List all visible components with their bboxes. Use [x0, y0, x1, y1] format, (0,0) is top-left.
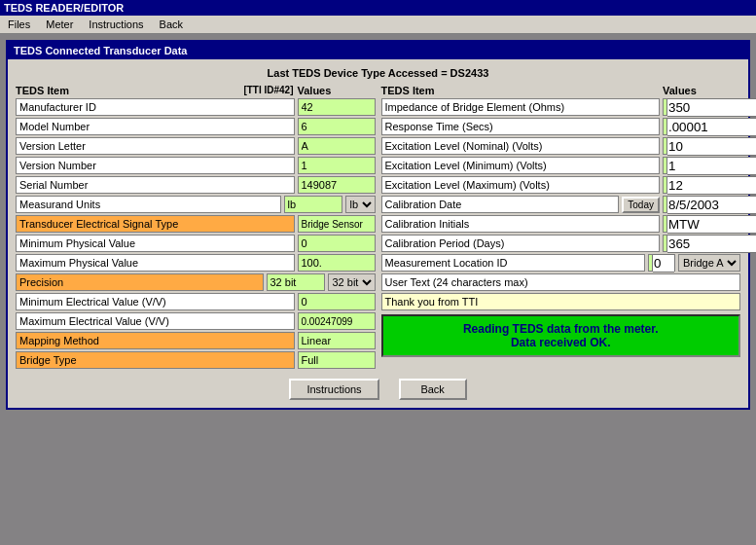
- label-response-time: Response Time (Secs): [381, 118, 661, 135]
- value-max-physical[interactable]: [298, 254, 376, 272]
- field-user-text-label: User Text (24 characters max): [381, 273, 741, 291]
- window-title: TEDS Connected Transducer Data: [8, 42, 748, 59]
- label-version-letter: Version Letter: [16, 137, 295, 155]
- field-measurand-units: Measurand Units lb: [16, 196, 376, 213]
- menu-instructions[interactable]: Instructions: [85, 18, 147, 31]
- value-version-letter[interactable]: [298, 137, 376, 155]
- label-meas-location: Measurement Location ID: [381, 254, 646, 272]
- field-bridge-type: Bridge Type: [16, 351, 376, 369]
- value-manufacturer-id[interactable]: [298, 98, 376, 116]
- label-excitation-max: Excitation Level (Maximum) (Volts): [381, 176, 661, 194]
- field-model-number: Model Number: [16, 118, 376, 135]
- value-excitation-min[interactable]: [663, 157, 740, 174]
- label-min-physical: Minimum Physical Value: [16, 235, 295, 252]
- value-transducer-signal-type[interactable]: [298, 215, 376, 233]
- value-excitation-max[interactable]: [663, 176, 740, 194]
- value-bridge-type[interactable]: [298, 351, 376, 369]
- device-header: Last TEDS Device Type Accessed = DS2433: [16, 67, 740, 79]
- main-window: TEDS Connected Transducer Data Last TEDS…: [6, 40, 750, 410]
- status-message: Reading TEDS data from the meter.Data re…: [381, 314, 741, 357]
- label-precision: Precision: [16, 273, 264, 291]
- field-meas-location: Measurement Location ID Bridge A: [381, 254, 741, 272]
- field-excitation-min: Excitation Level (Minimum) (Volts): [381, 157, 741, 174]
- last-device-line: Last TEDS Device Type Accessed = DS2433: [16, 67, 740, 79]
- value-min-physical[interactable]: [298, 235, 376, 252]
- menu-meter[interactable]: Meter: [42, 18, 77, 31]
- label-max-electrical: Maximum Electrical Value (V/V): [16, 312, 295, 330]
- value-min-electrical[interactable]: [298, 293, 376, 310]
- field-excitation-nominal: Excitation Level (Nominal) (Volts): [381, 137, 741, 155]
- field-transducer-signal-type: Transducer Electrical Signal Type: [16, 215, 376, 233]
- label-model-number: Model Number: [16, 118, 295, 135]
- value-response-time[interactable]: [663, 118, 740, 135]
- field-version-number: Version Number: [16, 157, 376, 174]
- label-version-number: Version Number: [16, 157, 295, 174]
- menu-files[interactable]: Files: [4, 18, 34, 31]
- menu-bar: Files Meter Instructions Back: [0, 16, 756, 34]
- value-impedance[interactable]: [663, 98, 740, 116]
- value-meas-location-id[interactable]: [648, 254, 675, 272]
- field-min-electrical: Minimum Electrical Value (V/V): [16, 293, 376, 310]
- today-button[interactable]: Today: [622, 197, 660, 213]
- label-manufacturer-id: Manufacturer ID: [16, 98, 295, 116]
- field-min-physical: Minimum Physical Value: [16, 235, 376, 252]
- label-excitation-nominal: Excitation Level (Nominal) (Volts): [381, 137, 661, 155]
- field-impedance: Impedance of Bridge Element (Ohms): [381, 98, 741, 116]
- select-precision[interactable]: 32 bit: [328, 273, 376, 291]
- field-excitation-max: Excitation Level (Maximum) (Volts): [381, 176, 741, 194]
- instructions-button[interactable]: Instructions: [289, 379, 378, 400]
- label-user-text: User Text (24 characters max): [381, 273, 741, 291]
- field-calib-date: Calibration Date Today: [381, 196, 741, 213]
- select-meas-location[interactable]: Bridge A: [678, 254, 740, 272]
- value-excitation-nominal[interactable]: [663, 137, 740, 155]
- right-col-header-label: TEDS Item: [381, 85, 660, 96]
- menu-back[interactable]: Back: [156, 18, 187, 31]
- label-max-physical: Maximum Physical Value: [16, 254, 295, 272]
- label-bridge-type: Bridge Type: [16, 351, 295, 369]
- field-calib-period: Calibration Period (Days): [381, 235, 741, 252]
- value-user-text[interactable]: Thank you from TTI: [381, 293, 741, 310]
- field-version-letter: Version Letter: [16, 137, 376, 155]
- field-manufacturer-id: Manufacturer ID: [16, 98, 376, 116]
- field-mapping-method: Mapping Method: [16, 332, 376, 349]
- value-precision[interactable]: [267, 273, 325, 291]
- field-max-electrical: Maximum Electrical Value (V/V): [16, 312, 376, 330]
- label-calib-initials: Calibration Initials: [381, 215, 661, 233]
- right-col-header-values: Values: [663, 85, 740, 96]
- field-serial-number: Serial Number: [16, 176, 376, 194]
- value-calib-date[interactable]: [663, 196, 740, 213]
- field-max-physical: Maximum Physical Value: [16, 254, 376, 272]
- field-user-text-value: Thank you from TTI: [381, 293, 741, 310]
- field-calib-initials: Calibration Initials: [381, 215, 741, 233]
- value-max-electrical[interactable]: [298, 312, 376, 330]
- label-transducer-signal-type: Transducer Electrical Signal Type: [16, 215, 295, 233]
- value-model-number[interactable]: [298, 118, 376, 135]
- label-calib-date: Calibration Date: [381, 196, 620, 213]
- label-measurand-units: Measurand Units: [16, 196, 281, 213]
- left-col-header-label: TEDS Item: [16, 85, 239, 96]
- field-response-time: Response Time (Secs): [381, 118, 741, 135]
- value-serial-number[interactable]: [298, 176, 376, 194]
- back-button[interactable]: Back: [399, 379, 467, 400]
- value-measurand-units[interactable]: [284, 196, 342, 213]
- value-calib-period[interactable]: [663, 235, 740, 252]
- title-bar-label: TEDS READER/EDITOR: [4, 2, 124, 14]
- label-impedance: Impedance of Bridge Element (Ohms): [381, 98, 661, 116]
- label-serial-number: Serial Number: [16, 176, 295, 194]
- select-measurand-units[interactable]: lb: [345, 196, 376, 213]
- label-min-electrical: Minimum Electrical Value (V/V): [16, 293, 295, 310]
- title-bar: TEDS READER/EDITOR: [0, 0, 756, 16]
- left-col-header-values: Values: [298, 85, 376, 96]
- label-excitation-min: Excitation Level (Minimum) (Volts): [381, 157, 661, 174]
- label-mapping-method: Mapping Method: [16, 332, 295, 349]
- left-col-header-id: [TTI ID#42]: [243, 85, 293, 96]
- label-calib-period: Calibration Period (Days): [381, 235, 661, 252]
- value-calib-initials[interactable]: [663, 215, 740, 233]
- value-version-number[interactable]: [298, 157, 376, 174]
- value-mapping-method[interactable]: [298, 332, 376, 349]
- field-precision: Precision 32 bit: [16, 273, 376, 291]
